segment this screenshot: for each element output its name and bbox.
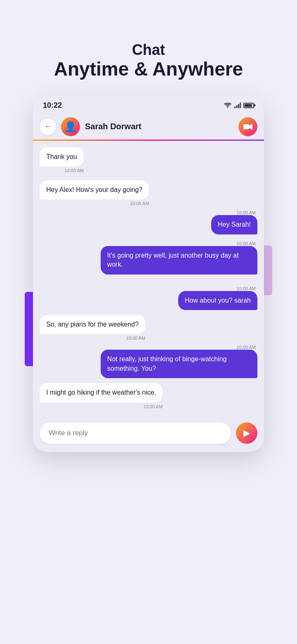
message-outgoing: 10:00 AM It's going pretty well, just an… (101, 239, 257, 275)
avatar: 👤 (61, 117, 80, 136)
avatar-person-icon: 👤 (64, 121, 77, 133)
message-time: 10:00 AM (237, 210, 256, 215)
bubble-incoming: Hey Alex! How's your day going? (40, 180, 149, 199)
wifi-icon (224, 102, 232, 108)
message-group-2: Hey Alex! How's your day going? 10:00 AM (40, 180, 257, 206)
message-incoming: I might go hiking if the weather's nice.… (40, 383, 163, 409)
bubble-outgoing: Not really, just thinking of binge-watch… (101, 350, 257, 378)
message-time: 10:00 AM (237, 241, 256, 246)
svg-rect-2 (238, 104, 239, 108)
message-outgoing: 10:00 AM How about you? sarah (178, 284, 257, 310)
message-time: 10:00 AM (130, 201, 149, 206)
svg-marker-5 (249, 124, 252, 130)
contact-name: Sarah Dorwart (85, 122, 233, 131)
message-group-3: 10:00 AM Hey Sarah! (40, 208, 257, 237)
message-group-6: So, any plans for the weekend? 10:00 AM (40, 315, 257, 341)
message-incoming: Hey Alex! How's your day going? 10:00 AM (40, 180, 149, 206)
title-line1: Chat (54, 41, 243, 59)
svg-rect-0 (234, 107, 236, 108)
phone-wrapper: 10:22 (33, 96, 264, 452)
status-bar: 10:22 (33, 96, 264, 113)
message-time: 10:00 AM (144, 404, 163, 409)
title-line2: Anytime & Anywhere (54, 59, 243, 80)
message-incoming: Thank you 10:00 AM (40, 147, 84, 173)
signal-icon (234, 102, 241, 108)
bubble-outgoing: It's going pretty well, just another bus… (101, 246, 257, 275)
video-icon (243, 123, 252, 130)
message-group-1: Thank you 10:00 AM (40, 147, 257, 173)
message-group-7: 10:00 AM Not really, just thinking of bi… (40, 343, 257, 381)
status-time: 10:22 (43, 101, 62, 110)
svg-rect-3 (240, 102, 241, 108)
svg-rect-1 (236, 105, 238, 108)
phone-container: 10:22 (33, 96, 264, 452)
message-group-5: 10:00 AM How about you? sarah (40, 284, 257, 313)
bubble-outgoing: How about you? sarah (178, 291, 257, 310)
svg-rect-4 (243, 124, 249, 129)
message-input[interactable] (40, 422, 231, 444)
message-time: 10:00 AM (126, 336, 145, 341)
bubble-incoming: So, any plans for the weekend? (40, 315, 145, 334)
bubble-incoming: Thank you (40, 147, 84, 166)
message-outgoing: 10:00 AM Not really, just thinking of bi… (101, 343, 257, 378)
message-time: 10:00 AM (64, 168, 83, 173)
back-button[interactable]: ← (40, 118, 56, 135)
message-time: 10:00 AM (237, 286, 256, 291)
send-button[interactable]: ▶ (236, 422, 257, 444)
page-header: Chat Anytime & Anywhere (38, 0, 259, 96)
spacer (40, 175, 257, 180)
message-group-8: I might go hiking if the weather's nice.… (40, 383, 257, 409)
back-arrow-icon: ← (44, 122, 52, 131)
battery-icon (243, 103, 254, 108)
bubble-outgoing: Hey Sarah! (211, 215, 257, 234)
message-incoming: So, any plans for the weekend? 10:00 AM (40, 315, 145, 341)
chat-header: ← 👤 Sarah Dorwart (33, 113, 264, 141)
messages-area: Thank you 10:00 AM Hey Alex! How's your … (33, 141, 264, 416)
video-call-button[interactable] (238, 117, 257, 136)
message-time: 10:00 AM (237, 345, 256, 350)
spacer (40, 279, 257, 284)
message-group-4: 10:00 AM It's going pretty well, just an… (40, 239, 257, 277)
status-icons (224, 102, 254, 108)
bubble-incoming: I might go hiking if the weather's nice. (40, 383, 163, 402)
message-outgoing: 10:00 AM Hey Sarah! (211, 208, 257, 234)
send-icon: ▶ (243, 428, 250, 438)
input-area: ▶ (33, 416, 264, 452)
